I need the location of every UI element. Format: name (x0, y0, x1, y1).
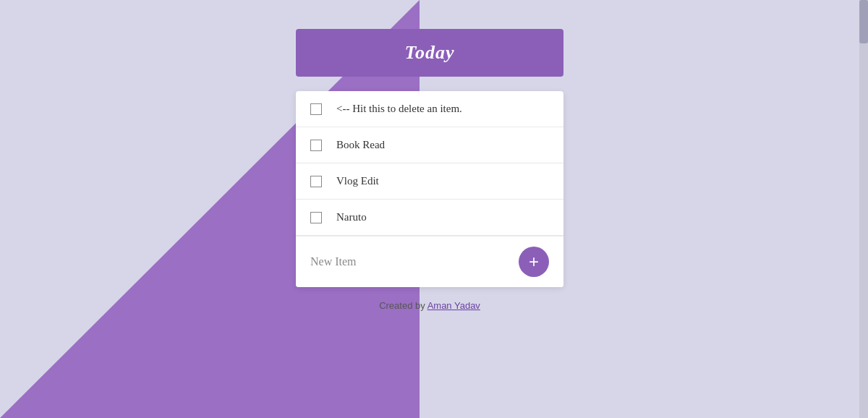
list-item: Vlog Edit (296, 163, 563, 200)
todo-text-1: <-- Hit this to delete an item. (336, 103, 462, 115)
new-item-label: New Item (310, 255, 511, 268)
todo-checkbox-3[interactable] (310, 176, 322, 187)
credit-prefix: Created by (379, 300, 427, 311)
todo-text-2: Book Read (336, 139, 385, 151)
scrollbar-thumb[interactable] (859, 0, 868, 43)
todo-checkbox-1[interactable] (310, 103, 322, 115)
add-item-button[interactable]: + (519, 247, 549, 277)
page-title: Today (296, 42, 563, 64)
title-bar: Today (296, 29, 563, 77)
list-item: <-- Hit this to delete an item. (296, 91, 563, 127)
todo-text-4: Naruto (336, 211, 367, 223)
list-item: Naruto (296, 200, 563, 236)
credit-footer: Created by Aman Yadav (379, 300, 480, 311)
todo-checkbox-2[interactable] (310, 140, 322, 151)
todo-footer: New Item + (296, 236, 563, 287)
main-content: Today <-- Hit this to delete an item. Bo… (0, 0, 859, 418)
scrollbar[interactable] (859, 0, 868, 418)
todo-checkbox-4[interactable] (310, 212, 322, 223)
todo-text-3: Vlog Edit (336, 175, 379, 187)
credit-author-link[interactable]: Aman Yadav (427, 300, 480, 311)
list-item: Book Read (296, 127, 563, 163)
todo-card: <-- Hit this to delete an item. Book Rea… (296, 91, 563, 287)
